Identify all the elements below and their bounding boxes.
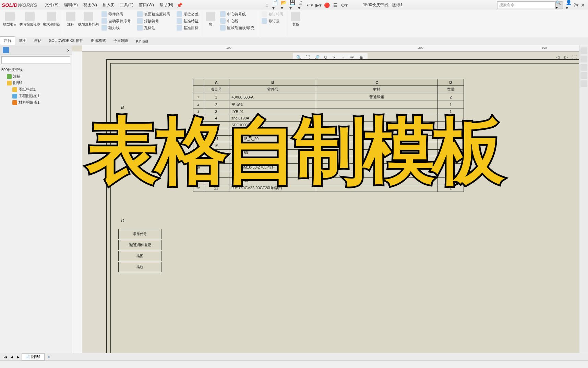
magnetic-line-button[interactable]: 磁力线: [100, 25, 132, 31]
datum-target-button[interactable]: 基准目标: [175, 25, 200, 31]
search-button[interactable]: 🔍▾: [555, 1, 563, 9]
nav-next-icon[interactable]: ►: [15, 355, 22, 359]
home-icon[interactable]: ⌂: [264, 2, 271, 9]
sheet-tab-label: 图纸1: [31, 355, 41, 359]
logo-solid: SOLID: [2, 2, 17, 8]
menu-help[interactable]: 帮助(H): [157, 2, 176, 8]
linear-pattern-button[interactable]: 线性注释阵列: [77, 11, 100, 36]
rev-sym-label: 修订符号: [268, 12, 284, 17]
hdr-qty: 数量: [438, 86, 464, 93]
table-row[interactable]: 222190YT60GV22-90GF20H(精研)1: [193, 184, 464, 192]
centermark-button[interactable]: 中心符号线: [219, 11, 256, 17]
settings-icon[interactable]: ⚙▾: [341, 2, 348, 9]
options-icon[interactable]: ☰: [332, 2, 339, 9]
tree-drawing-view[interactable]: 工程图视图1: [1, 93, 70, 99]
taskpane-tab-3[interactable]: [580, 64, 587, 71]
tree-bom[interactable]: 材料明细表1: [1, 99, 70, 106]
revision-cloud-button[interactable]: 修订云: [260, 18, 285, 24]
datum-feature-button[interactable]: 基准特征: [175, 18, 200, 24]
table-row[interactable]: 1312SPC1000E（精研）1: [193, 122, 464, 129]
taskpane-tab-4[interactable]: [580, 72, 587, 79]
table-row[interactable]: 44zhc 6190A1: [193, 115, 464, 122]
tab-kytool[interactable]: KYTool: [132, 37, 152, 45]
close-icon[interactable]: ✕: [579, 2, 586, 9]
save-icon[interactable]: 💾▾: [289, 2, 296, 9]
tree-ann-label: 注解: [13, 74, 21, 79]
ruler-200: 200: [418, 46, 423, 49]
tree-tab-icon[interactable]: [3, 47, 9, 53]
table-row[interactable]: 2120LYB-01861: [193, 178, 464, 184]
zone-b: B: [121, 105, 124, 110]
search-input[interactable]: 搜索命令: [497, 1, 555, 9]
nav-first-icon[interactable]: ⏮: [2, 355, 9, 359]
table-row[interactable]: 2019LYB-01851: [193, 171, 464, 178]
rebuild-icon[interactable]: 🔴: [324, 2, 331, 9]
format-painter-button[interactable]: 格式涂刷器: [41, 11, 61, 36]
select-icon[interactable]: ▶▾: [315, 2, 322, 9]
table-row[interactable]: 1716LYB-01831: [193, 150, 464, 156]
model-items-label: 模型项目: [3, 22, 17, 27]
table-row[interactable]: 1413SP35B15_N_151: [193, 129, 464, 136]
user-icon[interactable]: 👤▾: [566, 2, 573, 9]
add-sheet-icon[interactable]: ◊: [46, 355, 52, 359]
note-button[interactable]: 注释: [64, 11, 77, 36]
hatch-label: 区域剖面线/填充: [227, 25, 254, 31]
new-icon[interactable]: 📄▾: [272, 2, 279, 9]
table-row[interactable]: 1918A_CXSM10-50-Z76L-导杆1: [193, 164, 464, 171]
geo-tolerance-button[interactable]: 形位公差: [175, 11, 200, 17]
weld-symbol-button[interactable]: 焊接符号: [136, 18, 172, 24]
table-row[interactable]: 1514SP35B15_N_201: [193, 136, 464, 142]
logo-works: WORKS: [17, 2, 37, 8]
pin-icon[interactable]: 📌: [176, 2, 183, 9]
drawing-canvas[interactable]: 100 200 300 🔍 ⛶ 🔎 ↻ ✂ ▫ 👁 ◉ ◁ ▷ ⛶ B D: [72, 45, 588, 360]
balloon-button[interactable]: 零件序号: [100, 11, 132, 17]
drawing-sheet: B D A B C D 项目号 零件号 材料 数量: [106, 59, 588, 360]
tab-evaluate[interactable]: 评估: [30, 36, 45, 45]
menu-file[interactable]: 文件(F): [42, 2, 61, 8]
tab-sheet-format[interactable]: 图纸格式: [87, 36, 110, 45]
bom-table[interactable]: A B C D 项目号 零件号 材料 数量 1140X80 500-A普通碳钢2…: [193, 79, 464, 192]
menu-insert[interactable]: 插入(I): [100, 2, 117, 8]
app-logo: SOLIDWORKS: [2, 2, 37, 8]
tree-sheet-format[interactable]: 图纸格式1: [1, 86, 70, 93]
sheet-tab-1[interactable]: 📄 图纸1: [22, 353, 45, 360]
hatch-button[interactable]: 区域剖面线/填充: [219, 25, 256, 31]
blocks-button[interactable]: 块: [204, 11, 217, 36]
undo-icon[interactable]: ↶▾: [307, 2, 313, 9]
tab-addins[interactable]: SOLIDWORKS 插件: [45, 36, 87, 45]
tab-annotate[interactable]: 注解: [0, 36, 15, 45]
table-row[interactable]: 1140X80 500-A普通碳钢2: [193, 93, 464, 101]
tree-annotations[interactable]: 注解: [1, 73, 70, 80]
tree-expand-icon[interactable]: ›: [67, 47, 69, 53]
centerline-button[interactable]: 中心线: [219, 18, 256, 24]
taskpane-tab-2[interactable]: [580, 56, 587, 62]
print-icon[interactable]: 🖨▾: [298, 2, 305, 9]
nav-prev-icon[interactable]: ◄: [9, 355, 15, 359]
tree-icon-bar: ›: [0, 45, 72, 55]
table-row[interactable]: 161506B（链条中间长80）1: [193, 142, 464, 150]
tab-today[interactable]: 今日制造: [110, 36, 132, 45]
hole-callout-button[interactable]: 孔标注: [136, 25, 172, 31]
tree-filter-dropdown[interactable]: [1, 56, 70, 64]
model-items-button[interactable]: 模型项目: [2, 11, 18, 36]
menu-window[interactable]: 窗口(W): [136, 2, 156, 8]
tab-sketch[interactable]: 草图: [15, 36, 30, 45]
menu-view[interactable]: 视图(V): [81, 2, 100, 8]
taskpane-tab-5[interactable]: [580, 80, 587, 87]
title-bar: SOLIDWORKS 文件(F) 编辑(E) 视图(V) 插入(I) 工具(T)…: [0, 0, 588, 10]
menu-edit[interactable]: 编辑(E): [61, 2, 81, 8]
tree-sheet1[interactable]: 图纸1: [1, 80, 70, 86]
tables-button[interactable]: 表格: [289, 11, 302, 36]
auto-balloon-button[interactable]: 自动零件序号: [100, 18, 132, 24]
tree-root[interactable]: 500长皮带线: [1, 67, 70, 73]
spell-check-button[interactable]: 拼写检验程序: [18, 11, 41, 36]
surface-finish-button[interactable]: 表面粗糙度符号: [136, 11, 172, 17]
menu-tools[interactable]: 工具(T): [117, 2, 136, 8]
taskpane-tab-1[interactable]: [580, 47, 587, 54]
open-icon[interactable]: 📂▾: [281, 2, 288, 9]
table-row[interactable]: 1817A_CXSM10-50-Z76L-主体1: [193, 156, 464, 164]
table-row[interactable]: 22主动辊1: [193, 101, 464, 108]
table-row[interactable]: 33LYB-011: [193, 108, 464, 115]
help-icon[interactable]: ?▾: [573, 2, 579, 9]
tree-root-label: 500长皮带线: [1, 67, 23, 72]
